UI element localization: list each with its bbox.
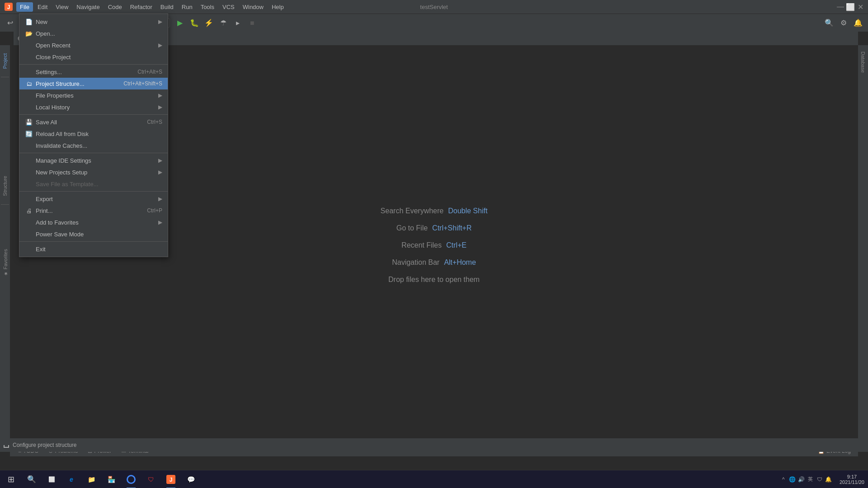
sidebar-item-structure[interactable]: Structure (1, 171, 9, 201)
menu-refactor[interactable]: Refactor (127, 2, 156, 12)
menu-edit[interactable]: Edit (34, 2, 51, 12)
menu-entry-export[interactable]: Export ▶ (19, 193, 168, 205)
search-taskbar-button[interactable]: 🔍 (22, 470, 42, 488)
menu-entry-save-as-template: Save File as Template... (19, 178, 168, 190)
menu-sep-4 (19, 191, 168, 192)
menu-entry-power-save-mode[interactable]: Power Save Mode (19, 228, 168, 240)
chrome-taskbar-button[interactable] (121, 470, 141, 488)
print-shortcut: Ctrl+P (147, 207, 162, 214)
menu-vcs[interactable]: VCS (219, 2, 238, 12)
debug-button[interactable]: 🐛 (188, 17, 201, 29)
search-everywhere-button[interactable]: 🔍 (823, 17, 835, 29)
explorer-taskbar-button[interactable]: 📁 (81, 470, 101, 488)
notifications-button[interactable]: 🔔 (852, 17, 864, 29)
print-icon: 🖨 (25, 206, 33, 215)
menu-entry-project-structure-label: Project Structure... (36, 80, 123, 87)
window-title: testServlet (420, 4, 448, 10)
tray-network-icon[interactable]: 🌐 (789, 476, 796, 483)
mcafee-icon: 🛡 (146, 474, 156, 484)
menu-help[interactable]: Help (268, 2, 288, 12)
toolbar-undo[interactable]: ↩ (4, 17, 16, 29)
configure-text[interactable]: Configure project structure (13, 442, 76, 448)
search-taskbar-icon: 🔍 (27, 475, 36, 483)
menu-window[interactable]: Window (239, 2, 267, 12)
edge-taskbar-button[interactable]: e (61, 470, 81, 488)
favorites-label: Favorites (3, 249, 8, 269)
goto-file-label: Go to File (396, 224, 428, 232)
menu-entry-save-all[interactable]: 💾 Save All Ctrl+S (19, 116, 168, 128)
menu-view[interactable]: View (52, 2, 72, 12)
save-as-template-icon (25, 180, 33, 188)
menu-entry-new-projects-setup[interactable]: New Projects Setup ▶ (19, 166, 168, 178)
search-everywhere-label: Search Everywhere (381, 207, 444, 215)
run-with-coverage[interactable]: ☂ (217, 17, 230, 29)
more-run-options[interactable]: ▸ (231, 17, 244, 29)
minimize-button[interactable]: — (837, 4, 844, 10)
menu-entry-exit[interactable]: Exit (19, 243, 168, 255)
tray-show-hidden[interactable]: ^ (780, 476, 787, 483)
maximize-button[interactable]: ⬜ (847, 4, 854, 10)
menu-entry-new[interactable]: 📄 New ▶ (19, 16, 168, 28)
menu-entry-open-recent[interactable]: Open Recent ▶ (19, 39, 168, 51)
menu-entry-new-label: New (36, 19, 156, 25)
sidebar-item-favorites[interactable]: ★ Favorites (1, 244, 9, 281)
menu-entry-invalidate-caches[interactable]: Invalidate Caches... (19, 140, 168, 151)
menu-navigate[interactable]: Navigate (73, 2, 103, 12)
file-menu-dropdown: 📄 New ▶ 📂 Open... Open Recent ▶ Close Pr… (19, 14, 168, 257)
menu-entry-add-to-favorites[interactable]: Add to Favorites ▶ (19, 216, 168, 228)
drop-files-label: Drop files here to open them (388, 276, 480, 284)
wechat-taskbar-button[interactable]: 💬 (181, 470, 201, 488)
menu-entry-open[interactable]: 📂 Open... (19, 28, 168, 39)
settings-button[interactable]: ⚙ (837, 17, 850, 29)
menu-tools[interactable]: Tools (197, 2, 218, 12)
tray-antivirus-icon[interactable]: 🛡 (816, 476, 823, 483)
close-button[interactable]: ✕ (857, 4, 863, 10)
new-arrow-icon: ▶ (158, 19, 162, 25)
taskview-icon: ⬜ (48, 476, 55, 483)
menu-code[interactable]: Code (104, 2, 126, 12)
menu-entry-reload-all[interactable]: 🔄 Reload All from Disk (19, 128, 168, 140)
menu-entry-file-properties[interactable]: File Properties ▶ (19, 89, 168, 101)
menu-entry-exit-label: Exit (36, 246, 162, 253)
export-arrow-icon: ▶ (158, 196, 162, 202)
menu-build[interactable]: Build (157, 2, 177, 12)
sidebar-item-project[interactable]: Project (1, 49, 9, 73)
menu-entry-project-structure[interactable]: 🗂 Project Structure... Ctrl+Alt+Shift+S (19, 78, 168, 89)
project-structure-shortcut: Ctrl+Alt+Shift+S (123, 80, 162, 87)
sidebar-divider-2 (1, 204, 9, 205)
new-icon: 📄 (25, 18, 33, 26)
project-structure-icon: 🗂 (25, 80, 33, 88)
add-to-favorites-icon (25, 218, 33, 226)
clock-time: 9:17 (847, 474, 857, 479)
stop-button[interactable]: ■ (246, 17, 259, 29)
menu-file[interactable]: File (16, 2, 33, 12)
menu-entry-settings[interactable]: Settings... Ctrl+Alt+S (19, 66, 168, 78)
reload-all-icon: 🔄 (25, 130, 33, 138)
tray-notification-icon[interactable]: 🔔 (825, 476, 832, 483)
store-taskbar-button[interactable]: 🏪 (101, 470, 121, 488)
menu-entry-print[interactable]: 🖨 Print... Ctrl+P (19, 205, 168, 216)
menu-entry-settings-label: Settings... (36, 69, 137, 75)
mcafee-taskbar-button[interactable]: 🛡 (141, 470, 161, 488)
menu-entry-manage-ide[interactable]: Manage IDE Settings ▶ (19, 155, 168, 166)
menu-sep-3 (19, 153, 168, 153)
open-recent-arrow-icon: ▶ (158, 42, 162, 48)
sidebar-item-database[interactable]: Database (859, 47, 867, 77)
menu-run[interactable]: Run (178, 2, 196, 12)
profile-button[interactable]: ⚡ (203, 17, 215, 29)
system-clock[interactable]: 9:17 2021/11/20 (836, 474, 868, 485)
menu-entry-file-properties-label: File Properties (36, 92, 156, 99)
menu-entry-local-history[interactable]: Local History ▶ (19, 101, 168, 113)
jetbrains-taskbar-button[interactable]: J (161, 470, 181, 488)
menu-entry-close-project[interactable]: Close Project (19, 51, 168, 63)
drop-files-hint: Drop files here to open them (388, 276, 480, 284)
save-all-shortcut: Ctrl+S (147, 119, 162, 125)
tray-lang-icon[interactable]: 英 (807, 476, 814, 483)
nav-bar-shortcut: Alt+Home (444, 258, 476, 267)
settings-shortcut: Ctrl+Alt+S (137, 69, 162, 75)
taskview-button[interactable]: ⬜ (42, 470, 61, 488)
tray-speaker-icon[interactable]: 🔊 (798, 476, 805, 483)
run-button[interactable]: ▶ (174, 17, 186, 29)
start-button[interactable]: ⊞ (0, 470, 22, 488)
new-projects-setup-arrow-icon: ▶ (158, 169, 162, 175)
